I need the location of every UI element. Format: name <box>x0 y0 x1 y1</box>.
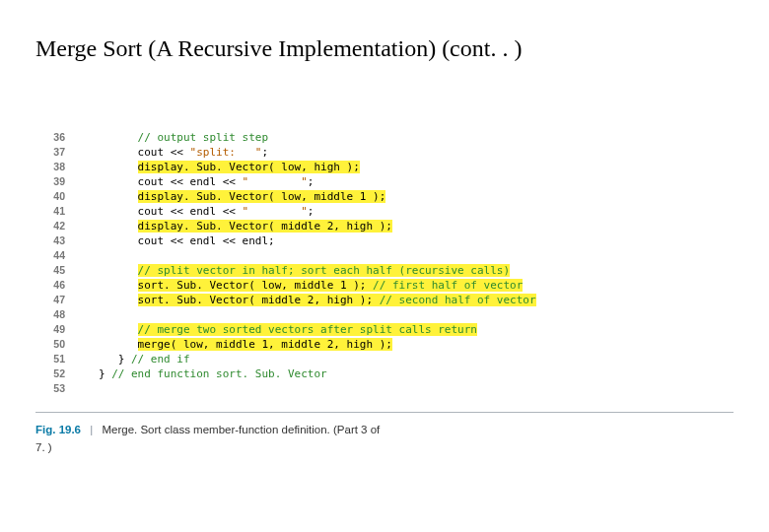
line-number: 47 <box>35 293 79 307</box>
code-content <box>79 307 734 322</box>
code-listing: 36 // output split step37 cout << "split… <box>35 130 734 396</box>
code-token: display. Sub. Vector( low, high ); <box>138 161 360 173</box>
line-number: 53 <box>35 381 79 396</box>
line-number: 52 <box>35 366 79 381</box>
line-number: 45 <box>35 263 79 278</box>
code-token: // output split step <box>138 131 268 144</box>
code-token: " " <box>243 205 308 218</box>
code-token: // split vector in half; sort each half … <box>138 264 511 277</box>
code-line: 49 // merge two sorted vectors after spl… <box>35 322 734 337</box>
code-token: " " <box>243 175 308 188</box>
code-line: 41 cout << endl << " "; <box>35 204 734 219</box>
code-token: } <box>118 353 131 366</box>
line-number: 42 <box>35 219 79 233</box>
code-token: } <box>99 367 111 380</box>
figure-label: Fig. 19.6 <box>35 424 81 435</box>
figure-caption: Fig. 19.6 | Merge. Sort class member-fun… <box>35 412 734 456</box>
caption-separator: | <box>84 424 99 435</box>
line-number: 40 <box>35 189 79 204</box>
code-content: cout << endl << " "; <box>79 204 734 219</box>
code-line: 42 display. Sub. Vector( middle 2, high … <box>35 219 734 233</box>
code-line: 44 <box>35 248 734 263</box>
line-number: 39 <box>35 174 79 189</box>
code-token: ; <box>261 146 268 159</box>
line-number: 38 <box>35 160 79 174</box>
code-content: merge( low, middle 1, middle 2, high ); <box>79 337 734 352</box>
code-content: // split vector in half; sort each half … <box>79 263 734 278</box>
code-line: 37 cout << "split: "; <box>35 145 734 160</box>
code-token: // end function sort. Sub. Vector <box>111 367 327 380</box>
code-line: 53 <box>35 381 734 396</box>
line-number: 51 <box>35 352 79 366</box>
code-token: sort. Sub. Vector( middle 2, high ); <box>138 294 380 306</box>
code-line: 46 sort. Sub. Vector( low, middle 1 ); /… <box>35 278 734 293</box>
code-token: cout << endl << <box>138 175 243 188</box>
caption-text-line2: 7. ) <box>35 441 52 453</box>
code-token: display. Sub. Vector( low, middle 1 ); <box>138 190 386 203</box>
code-line: 50 merge( low, middle 1, middle 2, high … <box>35 337 734 352</box>
caption-text-line1: Merge. Sort class member-function defini… <box>102 424 380 435</box>
code-content: display. Sub. Vector( low, high ); <box>79 160 734 174</box>
line-number: 46 <box>35 278 79 293</box>
code-line: 38 display. Sub. Vector( low, high ); <box>35 160 734 174</box>
code-content <box>79 248 734 263</box>
line-number: 37 <box>35 145 79 160</box>
code-line: 40 display. Sub. Vector( low, middle 1 )… <box>35 189 734 204</box>
line-number: 49 <box>35 322 79 337</box>
code-line: 48 <box>35 307 734 322</box>
code-content: } // end if <box>79 352 734 366</box>
code-line: 36 // output split step <box>35 130 734 145</box>
code-content: display. Sub. Vector( low, middle 1 ); <box>79 189 734 204</box>
code-content: sort. Sub. Vector( low, middle 1 ); // f… <box>79 278 734 293</box>
line-number: 50 <box>35 337 79 352</box>
code-line: 52 } // end function sort. Sub. Vector <box>35 366 734 381</box>
slide: Merge Sort (A Recursive Implementation) … <box>0 0 769 532</box>
code-content: display. Sub. Vector( middle 2, high ); <box>79 219 734 233</box>
code-content: sort. Sub. Vector( middle 2, high ); // … <box>79 293 734 307</box>
code-line: 39 cout << endl << " "; <box>35 174 734 189</box>
code-line: 45 // split vector in half; sort each ha… <box>35 263 734 278</box>
code-line: 47 sort. Sub. Vector( middle 2, high ); … <box>35 293 734 307</box>
code-content: // merge two sorted vectors after split … <box>79 322 734 337</box>
code-token: cout << endl << <box>138 205 243 218</box>
code-content: } // end function sort. Sub. Vector <box>79 366 734 381</box>
code-line: 43 cout << endl << endl; <box>35 233 734 248</box>
code-token: cout << <box>138 146 190 159</box>
line-number: 36 <box>35 130 79 145</box>
code-token: cout << endl << endl; <box>138 234 275 247</box>
code-token: "split: " <box>190 146 262 159</box>
code-content <box>79 381 734 396</box>
code-token: merge( low, middle 1, middle 2, high ); <box>138 338 392 351</box>
code-token: // first half of vector <box>373 279 523 292</box>
code-content: cout << "split: "; <box>79 145 734 160</box>
code-token: display. Sub. Vector( middle 2, high ); <box>138 220 392 233</box>
code-content: cout << endl << endl; <box>79 233 734 248</box>
code-token: ; <box>308 205 315 218</box>
code-token: sort. Sub. Vector( low, middle 1 ); <box>138 279 373 292</box>
line-number: 44 <box>35 248 79 263</box>
code-line: 51 } // end if <box>35 352 734 366</box>
code-token: ; <box>308 175 315 188</box>
code-content: cout << endl << " "; <box>79 174 734 189</box>
line-number: 43 <box>35 233 79 248</box>
code-content: // output split step <box>79 130 734 145</box>
code-token: // merge two sorted vectors after split … <box>138 323 477 336</box>
line-number: 41 <box>35 204 79 219</box>
code-token: // end if <box>131 353 190 366</box>
line-number: 48 <box>35 307 79 322</box>
page-title: Merge Sort (A Recursive Implementation) … <box>35 35 734 62</box>
code-token: // second half of vector <box>380 294 536 306</box>
